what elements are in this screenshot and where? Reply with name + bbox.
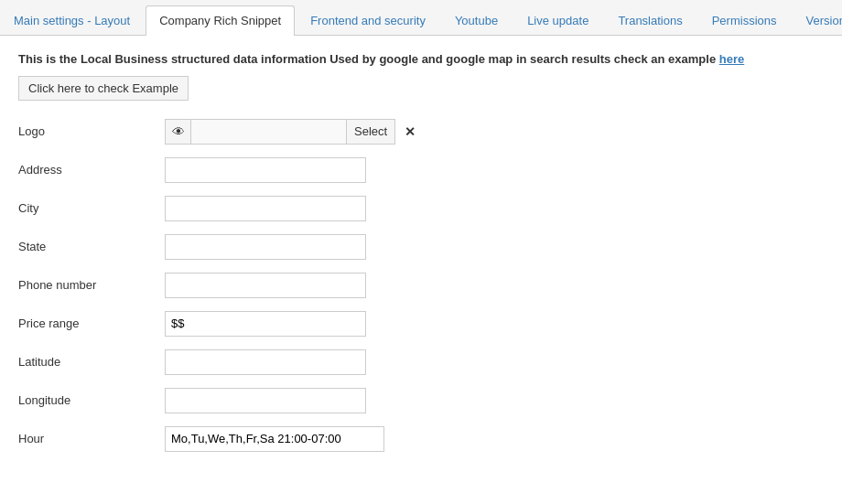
tab-live-update[interactable]: Live update (513, 5, 602, 35)
latitude-row: Latitude (18, 349, 824, 375)
tab-versions[interactable]: Versions (793, 5, 843, 35)
tab-main-settings[interactable]: Main settings - Layout (0, 5, 144, 35)
phone-number-row: Phone number (18, 273, 824, 298)
logo-label: Logo (18, 124, 165, 138)
longitude-label: Longitude (18, 393, 165, 407)
phone-number-input[interactable] (165, 273, 366, 298)
eye-button[interactable]: 👁 (165, 119, 190, 145)
latitude-label: Latitude (18, 355, 165, 369)
latitude-input[interactable] (165, 349, 366, 375)
hour-input[interactable] (165, 426, 384, 452)
state-label: State (18, 240, 165, 253)
logo-close-button[interactable]: ✕ (399, 119, 421, 145)
state-row: State (18, 234, 824, 260)
phone-number-label: Phone number (18, 278, 165, 292)
logo-select-button[interactable]: Select (346, 119, 395, 145)
price-range-row: Price range (18, 311, 824, 337)
tab-bar: Main settings - Layout Company Rich Snip… (0, 0, 842, 36)
tab-translations[interactable]: Translations (604, 5, 696, 35)
tab-youtube[interactable]: Youtube (441, 5, 512, 35)
logo-text-input[interactable] (190, 119, 346, 145)
city-label: City (18, 201, 165, 215)
info-text: This is the Local Business structured da… (18, 50, 824, 69)
logo-row: Logo 👁 Select ✕ (18, 119, 824, 145)
address-input[interactable] (165, 157, 366, 183)
address-row: Address (18, 157, 824, 183)
check-example-button[interactable]: Click here to check Example (18, 76, 189, 101)
longitude-input[interactable] (165, 388, 366, 413)
tab-frontend-security[interactable]: Frontend and security (297, 5, 439, 35)
address-label: Address (18, 163, 165, 177)
price-range-label: Price range (18, 316, 165, 330)
here-link[interactable]: here (719, 52, 744, 66)
tab-permissions[interactable]: Permissions (698, 5, 791, 35)
hour-row: Hour (18, 426, 824, 452)
city-input[interactable] (165, 196, 366, 221)
tab-company-rich-snippet[interactable]: Company Rich Snippet (146, 5, 295, 36)
hour-label: Hour (18, 432, 165, 445)
state-input[interactable] (165, 234, 366, 260)
price-range-input[interactable] (165, 311, 366, 337)
logo-input-group: 👁 Select ✕ (165, 119, 421, 145)
city-row: City (18, 196, 824, 221)
content-area: This is the Local Business structured da… (0, 36, 842, 479)
longitude-row: Longitude (18, 388, 824, 413)
